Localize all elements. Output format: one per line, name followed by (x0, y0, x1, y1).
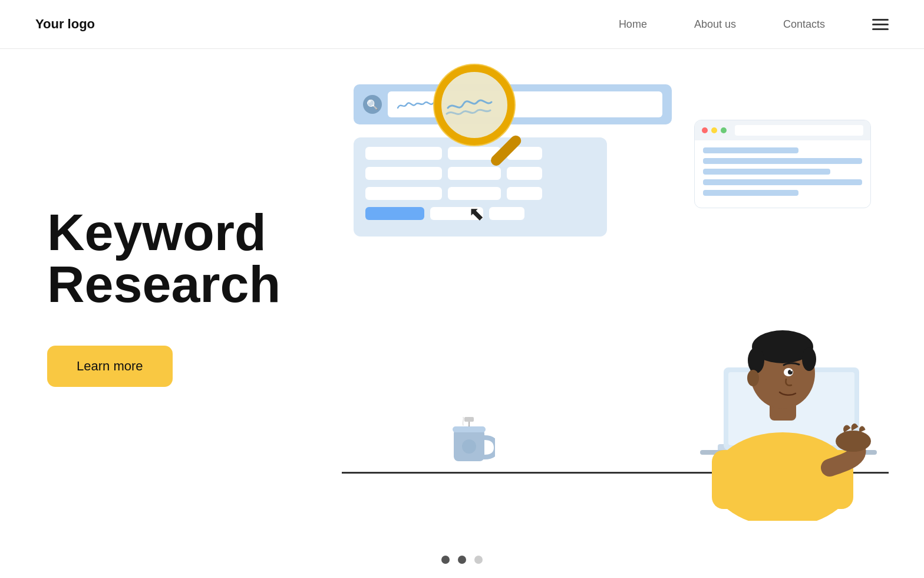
search-icon (363, 95, 382, 114)
mug-illustration (448, 417, 495, 472)
browser-window-illustration (694, 120, 871, 208)
browser-content-line (703, 158, 862, 164)
browser-address-bar (735, 125, 863, 136)
hamburger-line-3 (872, 28, 889, 30)
result-bar (365, 187, 442, 200)
browser-titlebar (695, 120, 870, 140)
logo: Your logo (35, 17, 95, 32)
hero-illustration: ⬉ (295, 73, 889, 521)
svg-point-13 (748, 347, 764, 373)
nav-home[interactable]: Home (619, 18, 647, 31)
hero-headline: Keyword Research (47, 206, 295, 310)
pagination-dot-3[interactable] (474, 556, 483, 564)
pagination-dot-1[interactable] (441, 556, 450, 564)
browser-dot-green (721, 127, 727, 133)
browser-dot-yellow (711, 127, 717, 133)
browser-content-line (703, 147, 798, 153)
headline-line2: Research (47, 255, 280, 313)
header: Your logo Home About us Contacts (0, 0, 924, 49)
result-bar-blue (365, 207, 424, 220)
browser-content-line (703, 179, 862, 185)
result-row-3 (365, 187, 595, 200)
svg-point-24 (462, 439, 476, 454)
cursor-icon: ⬉ (468, 202, 484, 225)
browser-content-line (703, 190, 798, 196)
hamburger-menu[interactable] (872, 19, 889, 30)
result-bar (507, 187, 542, 200)
nav-about[interactable]: About us (694, 18, 736, 31)
result-bar (489, 207, 524, 220)
result-bar (448, 187, 501, 200)
headline-line1: Keyword (47, 203, 266, 261)
person-illustration (612, 196, 877, 521)
mug-svg (448, 417, 495, 470)
hero-text: Keyword Research Learn more (47, 206, 295, 387)
pagination-dot-2[interactable] (458, 556, 466, 564)
main-nav: Home About us Contacts (619, 18, 889, 31)
learn-more-button[interactable]: Learn more (47, 346, 173, 387)
svg-point-19 (836, 431, 871, 452)
browser-dot-red (702, 127, 708, 133)
nav-contacts[interactable]: Contacts (783, 18, 825, 31)
pagination-dots (441, 556, 483, 564)
svg-rect-21 (453, 426, 486, 432)
svg-point-18 (791, 370, 793, 372)
main-content: Keyword Research Learn more (0, 49, 924, 533)
magnifier-svg (424, 55, 542, 173)
svg-point-15 (747, 370, 759, 386)
svg-point-14 (802, 347, 816, 371)
hamburger-line-2 (872, 24, 889, 25)
browser-content-line (703, 169, 830, 175)
hamburger-line-1 (872, 19, 889, 21)
magnifier-illustration (424, 55, 542, 173)
person-svg (612, 196, 877, 521)
